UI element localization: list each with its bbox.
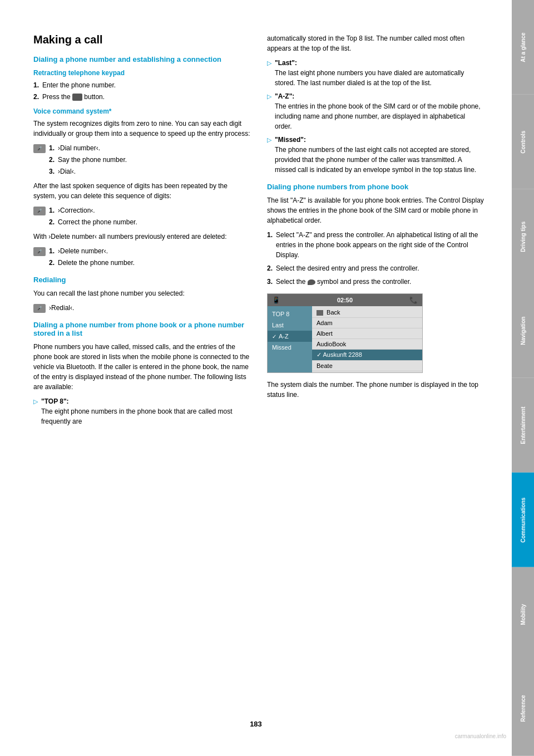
correction-step-1: 🎤 1. ›Correction‹. <box>33 205 250 215</box>
sidebar-label: Driving tips <box>520 221 526 252</box>
phonebook-body: The list "A-Z" is available for you phon… <box>267 195 484 225</box>
voice-step-1: 🎤 1. ›Dial number‹. <box>33 143 250 153</box>
page-container: Making a call Dialing a phone number and… <box>0 0 534 756</box>
bullet-az: ▷ "A-Z": The entries in the phone book o… <box>267 91 484 131</box>
bullet-content: "TOP 8": The eight phone numbers in the … <box>41 396 250 426</box>
retract-step-2: 2. Press the button. <box>33 92 250 102</box>
sidebar-tab-navigation[interactable]: Navigation <box>512 283 534 378</box>
sidebar-label: Entertainment <box>520 406 526 444</box>
right-column: automatically stored in the Top 8 list. … <box>267 33 484 723</box>
delete-step-1: 🎤 1. ›Delete number‹. <box>33 246 250 256</box>
menu-label: Last <box>272 322 284 328</box>
sidebar-tab-driving-tips[interactable]: Driving tips <box>512 189 534 284</box>
phonebook-steps: 1. Select "A-Z" and press the controller… <box>267 230 484 287</box>
phone-menu: TOP 8 Last ✓ A-Z Missed <box>268 306 312 372</box>
bullet-text: The last eight phone numbers you have di… <box>275 69 464 87</box>
sidebar-tab-communications[interactable]: Communications <box>512 473 534 567</box>
right-top-body: automatically stored in the Top 8 list. … <box>267 33 484 53</box>
voice-steps: 🎤 1. ›Dial number‹. 2. Say the phone num… <box>33 143 250 176</box>
step-num: 3. <box>49 166 58 176</box>
voice-icon-col3: 🎤 <box>33 246 49 256</box>
list-item-back[interactable]: Back <box>312 307 422 318</box>
bullet-arrow-icon: ▷ <box>267 58 271 68</box>
phonebook-step-3: 3. Select the symbol and press the contr… <box>267 277 484 287</box>
voice-cmd-icon: 🎤 <box>33 144 46 153</box>
voice-cmd-icon4: 🎤 <box>33 304 46 313</box>
correction-step-2: 2. Correct the phone number. <box>33 217 250 227</box>
step-num: 3. <box>267 277 276 287</box>
voice-step-3: 3. ›Dial‹. <box>33 166 250 176</box>
voice-body2: After the last spoken sequence of digits… <box>33 181 250 201</box>
sidebar-tab-entertainment[interactable]: Entertainment <box>512 378 534 473</box>
phone-display-time: 02:50 <box>337 297 353 303</box>
bullet-label: "TOP 8": <box>41 397 69 405</box>
step-text: ›Dial number‹. <box>58 143 250 153</box>
redialing-body: You can recall the last phone number you… <box>33 288 250 298</box>
step-text: ›Correction‹. <box>58 205 250 215</box>
step-num: 2. <box>267 263 276 273</box>
watermark: carmanualonline.info <box>455 733 506 739</box>
phone-curve-icon <box>308 279 315 285</box>
voice-cmd-icon2: 🎤 <box>33 207 46 215</box>
sidebar-tab-mobility[interactable]: Mobility <box>512 567 534 662</box>
voice-icon-col2: 🎤 <box>33 205 49 215</box>
phone-display-body: TOP 8 Last ✓ A-Z Missed <box>268 306 422 372</box>
delete-body: With ›Delete number‹ all numbers previou… <box>33 232 250 242</box>
delete-step-2: 2. Delete the phone number. <box>33 258 250 268</box>
phonebook-step-2: 2. Select the desired entry and press th… <box>267 263 484 273</box>
menu-item-missed[interactable]: Missed <box>268 342 312 353</box>
menu-label: Missed <box>272 344 291 351</box>
bullet-missed: ▷ "Missed": The phone numbers of the las… <box>267 135 484 175</box>
back-icon <box>317 310 323 316</box>
section3-heading: Dialing a phone number from phone book o… <box>33 321 250 337</box>
sidebar-label: Reference <box>520 695 526 722</box>
phone-display-header: 📱 02:50 📞 <box>268 294 422 306</box>
sub1-heading: Retracting telephone keypad <box>33 69 250 77</box>
bullet-arrow-icon: ▷ <box>267 92 271 101</box>
menu-item-az[interactable]: ✓ A-Z <box>268 331 312 342</box>
menu-label: TOP 8 <box>272 311 289 317</box>
voice-step-2: 2. Say the phone number. <box>33 155 250 165</box>
menu-item-top8[interactable]: TOP 8 <box>268 308 312 320</box>
step-text: Select the desired entry and press the c… <box>276 263 484 273</box>
main-content: Making a call Dialing a phone number and… <box>0 0 512 756</box>
step-text: Select "A-Z" and press the controller. A… <box>276 230 484 260</box>
step-text: Delete the phone number. <box>58 258 250 268</box>
phone-display-right-icon: 📞 <box>409 296 418 304</box>
step-num: 1. <box>267 230 276 240</box>
list-item-auskunft[interactable]: ✓ Auskunft 2288 <box>312 350 422 361</box>
bullet-label: "A-Z": <box>275 92 294 100</box>
sidebar-tab-controls[interactable]: Controls <box>512 95 534 189</box>
phone-display-caption: The system dials the number. The phone n… <box>267 380 484 400</box>
redial-text: ›Redial‹. <box>49 303 250 313</box>
page-title: Making a call <box>33 33 250 46</box>
list-item-beate[interactable]: Beate <box>312 361 422 371</box>
sidebar-label: At a glance <box>520 32 526 62</box>
step-text: Correct the phone number. <box>58 217 250 227</box>
menu-item-last[interactable]: Last <box>268 320 312 331</box>
sidebar-tab-at-a-glance[interactable]: At a glance <box>512 0 534 95</box>
check-icon: ✓ <box>317 351 323 358</box>
bullet-last: ▷ "Last": The last eight phone numbers y… <box>267 58 484 88</box>
redial-step: 🎤 ›Redial‹. <box>33 303 250 313</box>
list-item-albert[interactable]: Albert <box>312 328 422 339</box>
step-text: Say the phone number. <box>58 155 250 165</box>
bullet-content: "Last": The last eight phone numbers you… <box>275 58 484 88</box>
step-num: 2. <box>33 92 42 102</box>
step-num: 1. <box>49 205 58 215</box>
phone-display-left-icon: 📱 <box>272 296 280 304</box>
list-item-audiobook[interactable]: AudioBook <box>312 339 422 350</box>
bullet-arrow-icon: ▷ <box>33 397 38 406</box>
bullet-content: "Missed": The phone numbers of the last … <box>275 135 484 175</box>
bullet-top8: ▷ "TOP 8": The eight phone numbers in th… <box>33 396 250 426</box>
menu-label: A-Z <box>279 333 289 340</box>
bullet-text: The eight phone numbers in the phone boo… <box>41 408 233 425</box>
step-num: 2. <box>49 258 58 268</box>
delete-steps: 🎤 1. ›Delete number‹. 2. Delete the phon… <box>33 246 250 268</box>
voice-icon-col4: 🎤 <box>33 303 49 313</box>
sidebar-tab-reference[interactable]: Reference <box>512 661 534 756</box>
list-item-adam[interactable]: Adam <box>312 318 422 328</box>
step-num: 1. <box>33 80 42 90</box>
step-num: 1. <box>49 246 58 256</box>
sidebar-label: Controls <box>520 130 526 153</box>
